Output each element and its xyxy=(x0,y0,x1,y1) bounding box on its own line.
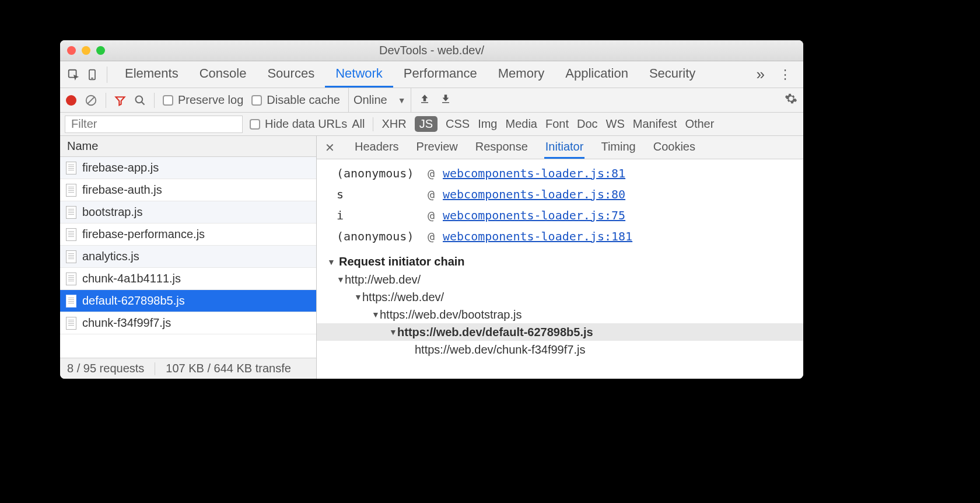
detail-tab-timing[interactable]: Timing xyxy=(600,137,636,159)
chain-row[interactable]: ▼ http://web.dev/ xyxy=(317,271,803,288)
stack-link[interactable]: webcomponents-loader.js:81 xyxy=(443,166,625,180)
preserve-log-checkbox[interactable]: Preserve log xyxy=(163,93,243,107)
request-row[interactable]: chunk-f34f99f7.js xyxy=(60,312,316,334)
svg-line-4 xyxy=(88,97,94,103)
type-filter-other[interactable]: Other xyxy=(685,117,714,131)
request-row[interactable]: firebase-performance.js xyxy=(60,223,316,246)
stack-frame: (anonymous)@webcomponents-loader.js:181 xyxy=(317,226,803,247)
filter-row: Hide data URLs All XHRJSCSSImgMediaFontD… xyxy=(60,113,803,136)
request-name: chunk-f34f99f7.js xyxy=(82,316,171,330)
fullscreen-window-button[interactable] xyxy=(96,46,105,55)
svg-point-5 xyxy=(136,96,143,103)
stack-link[interactable]: webcomponents-loader.js:75 xyxy=(443,208,625,222)
detail-tab-initiator[interactable]: Initiator xyxy=(544,137,585,159)
minimize-window-button[interactable] xyxy=(82,46,90,55)
type-filter-manifest[interactable]: Manifest xyxy=(633,117,677,131)
file-icon xyxy=(66,162,76,174)
type-filter-xhr[interactable]: XHR xyxy=(382,117,406,131)
devtools-window: DevTools - web.dev/ ElementsConsoleSourc… xyxy=(60,40,803,379)
close-window-button[interactable] xyxy=(67,46,76,55)
detail-tab-response[interactable]: Response xyxy=(474,137,529,159)
at-symbol: @ xyxy=(428,208,443,222)
type-filter-media[interactable]: Media xyxy=(505,117,537,131)
detail-tab-headers[interactable]: Headers xyxy=(354,137,400,159)
chain-url: http://web.dev/ xyxy=(345,273,421,287)
type-filter-font[interactable]: Font xyxy=(545,117,569,131)
close-detail-icon[interactable]: ✕ xyxy=(325,141,338,155)
panel-tab-memory[interactable]: Memory xyxy=(488,61,555,88)
request-row[interactable]: bootstrap.js xyxy=(60,201,316,223)
request-row[interactable]: chunk-4a1b4111.js xyxy=(60,268,316,290)
filter-toggle-icon[interactable] xyxy=(114,95,126,106)
type-filter-js[interactable]: JS xyxy=(415,116,438,132)
disable-cache-checkbox[interactable]: Disable cache xyxy=(251,93,340,107)
settings-icon[interactable] xyxy=(785,92,797,108)
filter-input[interactable] xyxy=(65,116,243,133)
type-filter-ws[interactable]: WS xyxy=(606,117,625,131)
request-row[interactable]: analytics.js xyxy=(60,246,316,268)
disclosure-triangle-icon: ▼ xyxy=(337,275,345,284)
import-export xyxy=(419,93,451,107)
panel-tab-application[interactable]: Application xyxy=(555,61,639,88)
request-name: default-627898b5.js xyxy=(82,294,185,308)
chain-row[interactable]: ▼ https://web.dev/default-627898b5.js xyxy=(317,323,803,341)
download-har-icon[interactable] xyxy=(440,93,451,107)
svg-rect-8 xyxy=(442,102,449,103)
inspect-element-icon[interactable] xyxy=(66,67,81,82)
initiator-body: (anonymous)@webcomponents-loader.js:81s@… xyxy=(317,159,803,379)
chain-row[interactable]: ▼ https://web.dev/bootstrap.js xyxy=(317,306,803,323)
type-filter-css[interactable]: CSS xyxy=(446,117,470,131)
stack-frame: s@webcomponents-loader.js:80 xyxy=(317,184,803,205)
type-filter-bar: All XHRJSCSSImgMediaFontDocWSManifestOth… xyxy=(352,116,803,132)
hide-data-urls-label: Hide data URLs xyxy=(265,117,347,131)
search-icon[interactable] xyxy=(134,95,146,106)
panel-tabs-row: ElementsConsoleSourcesNetworkPerformance… xyxy=(60,61,803,88)
detail-tab-preview[interactable]: Preview xyxy=(415,137,459,159)
throttling-select[interactable]: Online ▼ xyxy=(348,88,411,112)
upload-har-icon[interactable] xyxy=(419,93,430,107)
disclosure-triangle-icon: ▼ xyxy=(372,310,380,319)
stack-fn: (anonymous) xyxy=(317,166,428,180)
panel-tab-sources[interactable]: Sources xyxy=(257,61,325,88)
device-toolbar-icon[interactable] xyxy=(85,67,100,82)
column-header-name[interactable]: Name xyxy=(60,136,316,157)
file-icon xyxy=(66,228,76,241)
stack-link[interactable]: webcomponents-loader.js:80 xyxy=(443,187,625,201)
divider xyxy=(155,362,155,375)
type-filter-img[interactable]: Img xyxy=(478,117,497,131)
divider xyxy=(373,117,373,131)
file-icon xyxy=(66,273,76,285)
svg-line-6 xyxy=(142,102,145,104)
request-row[interactable]: default-627898b5.js xyxy=(60,290,316,312)
request-list-pane: Name firebase-app.jsfirebase-auth.jsboot… xyxy=(60,136,317,379)
tabs-overflow-icon[interactable]: » xyxy=(751,65,771,83)
divider xyxy=(154,93,155,108)
stack-fn: s xyxy=(317,187,428,201)
throttling-value: Online xyxy=(354,93,387,107)
request-row[interactable]: firebase-auth.js xyxy=(60,179,316,201)
request-name: firebase-performance.js xyxy=(82,228,205,241)
kebab-menu-icon[interactable]: ⋮ xyxy=(774,67,797,82)
record-button[interactable] xyxy=(66,95,76,106)
detail-tab-cookies[interactable]: Cookies xyxy=(652,137,696,159)
disclosure-triangle-icon: ▼ xyxy=(389,327,397,337)
panel-tab-performance[interactable]: Performance xyxy=(393,61,488,88)
stack-frame: i@webcomponents-loader.js:75 xyxy=(317,205,803,226)
chain-url: https://web.dev/default-627898b5.js xyxy=(397,326,593,339)
type-filter-doc[interactable]: Doc xyxy=(577,117,598,131)
panel-tab-elements[interactable]: Elements xyxy=(114,61,189,88)
stack-link[interactable]: webcomponents-loader.js:181 xyxy=(443,229,632,243)
clear-button[interactable] xyxy=(85,94,97,107)
chevron-down-icon: ▼ xyxy=(398,96,406,105)
request-row[interactable]: firebase-app.js xyxy=(60,157,316,179)
panel-tab-network[interactable]: Network xyxy=(325,61,393,88)
svg-rect-7 xyxy=(421,102,428,103)
panel-tab-console[interactable]: Console xyxy=(189,61,257,88)
chain-row[interactable]: ▼ https://web.dev/ xyxy=(317,288,803,306)
divider xyxy=(106,93,106,108)
panel-tab-security[interactable]: Security xyxy=(639,61,706,88)
chain-row[interactable]: https://web.dev/chunk-f34f99f7.js xyxy=(317,341,803,358)
filter-all[interactable]: All xyxy=(352,117,365,131)
disable-cache-label: Disable cache xyxy=(267,93,340,107)
hide-data-urls-checkbox[interactable]: Hide data URLs xyxy=(250,117,347,131)
